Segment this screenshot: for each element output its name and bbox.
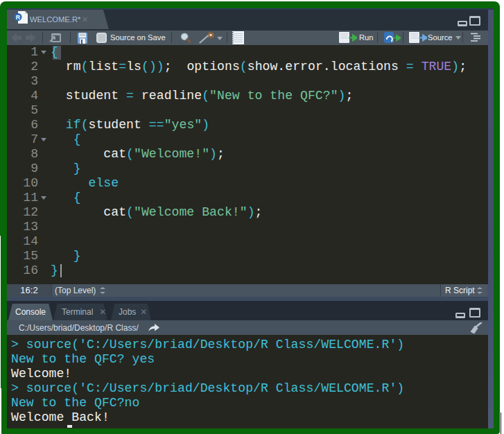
svg-text:R: R	[16, 14, 21, 21]
